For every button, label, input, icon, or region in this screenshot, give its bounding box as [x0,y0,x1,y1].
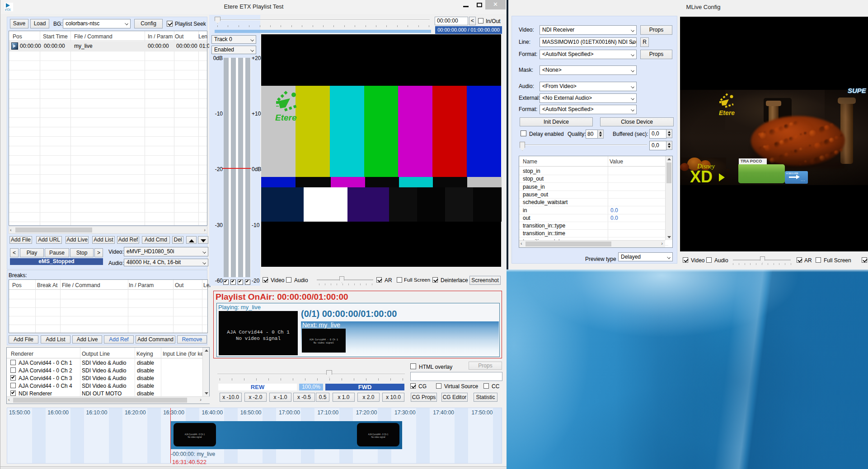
svg-text:XD: XD [690,167,713,186]
svg-text:Etere: Etere [275,113,297,122]
svg-text:Etere: Etere [719,109,735,116]
